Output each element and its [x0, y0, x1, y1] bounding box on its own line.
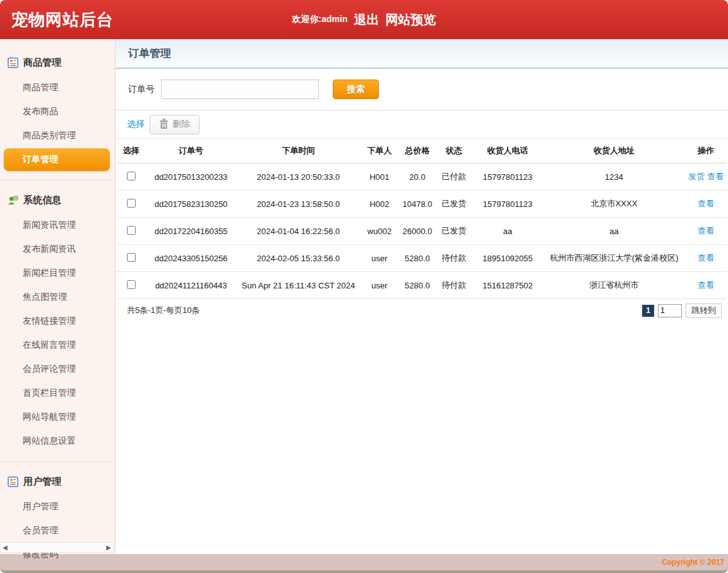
scroll-left-arrow[interactable]: ◀: [3, 545, 8, 551]
view-link[interactable]: 查看: [698, 253, 714, 263]
cell-buyer: wu002: [360, 218, 399, 245]
table-row: dd20175823130250 2024-01-23 13:58:50.0 H…: [117, 191, 727, 218]
cell-buyer: H002: [360, 191, 399, 218]
search-button[interactable]: 搜索: [333, 80, 379, 99]
view-link[interactable]: 查看: [698, 280, 714, 290]
pagination-bar: 共5条-1页-每页10条 1 跳转到: [116, 299, 728, 322]
orders-table: 选择 订单号 下单时间 下单人 总价格 状态 收货人电话 收货人地址 操作 d: [117, 139, 727, 299]
sidebar-item-site-nav[interactable]: 网站导航管理: [0, 406, 110, 428]
page-title-bar: 订单管理: [116, 39, 728, 69]
cell-phone: aa: [472, 218, 543, 245]
sidebar-item-goods-category[interactable]: 商品类别管理: [0, 124, 110, 147]
cell-buyer: user: [360, 272, 399, 299]
cell-total: 20.0: [399, 163, 436, 191]
jump-page-input[interactable]: [658, 304, 682, 317]
header-user-area: 欢迎你:admin 退出 网站预览: [0, 0, 728, 39]
table-row: dd20241121160443 Sun Apr 21 16:11:43 CST…: [117, 272, 727, 299]
sidebar-item-goods-manage[interactable]: 商品管理: [0, 76, 110, 99]
table-row: dd20175013200233 2024-01-13 20:50:33.0 H…: [117, 163, 727, 191]
view-link[interactable]: 查看: [698, 199, 714, 208]
sidebar-item-order-manage[interactable]: 订单管理: [4, 148, 110, 171]
cell-address: aa: [543, 218, 685, 245]
cell-total: 26000.0: [399, 218, 436, 245]
sidebar-item-member-manage[interactable]: 会员管理: [0, 519, 110, 542]
cell-total: 5280.0: [399, 272, 436, 299]
welcome-text: 欢迎你:admin: [292, 14, 348, 25]
sidebar-divider: [1, 461, 111, 462]
cell-status: 已发货: [436, 218, 472, 245]
logout-link[interactable]: 退出: [354, 11, 379, 28]
table-toolbar: 选择 删除: [116, 110, 728, 139]
select-all-link[interactable]: 选择: [127, 119, 145, 130]
sidebar-item-online-messages[interactable]: 在线留言管理: [0, 334, 110, 357]
order-no-input[interactable]: [161, 80, 319, 99]
trash-icon: [159, 119, 169, 131]
row-checkbox[interactable]: [127, 280, 136, 289]
col-buyer: 下单人: [360, 139, 399, 163]
col-order-time: 下单时间: [237, 139, 360, 163]
scroll-right-arrow[interactable]: ▶: [106, 545, 111, 551]
view-link[interactable]: 查看: [698, 226, 714, 235]
section-head-system: 系统信息: [0, 189, 115, 213]
section-head-products: 商品管理: [0, 52, 115, 75]
sidebar-item-focus-image[interactable]: 焦点图管理: [0, 286, 110, 309]
form-icon: [8, 476, 18, 487]
cell-status: 已发货: [436, 191, 472, 218]
sidebar-item-publish-goods[interactable]: 发布商品: [0, 100, 110, 123]
sidebar-item-user-manage[interactable]: 用户管理: [0, 495, 110, 518]
view-link[interactable]: 查看: [707, 172, 724, 181]
cell-total: 5280.0: [399, 245, 436, 272]
cell-status: 已付款: [436, 163, 472, 191]
sidebar-item-member-comments[interactable]: 会员评论管理: [0, 358, 110, 381]
cell-order-time: 2024-01-13 20:50:33.0: [237, 163, 360, 191]
sidebar-item-news-manage[interactable]: 新闻资讯管理: [0, 214, 110, 237]
jump-button[interactable]: 跳转到: [686, 304, 722, 318]
col-order-no: 订单号: [145, 139, 237, 163]
cell-phone: 15797801123: [472, 191, 543, 218]
cell-address: 北京市XXXX: [543, 191, 685, 218]
row-checkbox[interactable]: [127, 226, 136, 235]
cell-address: 杭州市西湖区浙江大学(紫金港校区): [543, 245, 685, 272]
sidebar-divider: [1, 180, 111, 180]
sidebar-item-site-info[interactable]: 网站信息设置: [0, 430, 110, 452]
section-title: 系统信息: [23, 194, 61, 206]
row-checkbox[interactable]: [127, 199, 136, 208]
sidebar-item-home-column[interactable]: 首页栏目管理: [0, 382, 110, 405]
cell-order-no: dd20243305150256: [145, 245, 237, 272]
section-title: 用户管理: [23, 476, 61, 488]
col-actions: 操作: [685, 139, 727, 163]
cell-phone: 15797801123: [472, 163, 543, 191]
delete-button[interactable]: 删除: [150, 115, 200, 134]
col-select: 选择: [117, 139, 145, 163]
ship-link[interactable]: 发货: [688, 172, 705, 181]
copyright-text: Copyright © 2017: [662, 558, 724, 567]
current-page-badge[interactable]: 1: [642, 305, 654, 317]
cell-phone: 15161287502: [472, 272, 543, 299]
delete-button-label: 删除: [172, 119, 190, 130]
sidebar-item-friend-links[interactable]: 友情链接管理: [0, 310, 110, 333]
user-group-icon: [8, 195, 18, 206]
cell-order-time: 2024-01-04 16:22:56.0: [237, 218, 360, 245]
row-checkbox[interactable]: [127, 172, 136, 180]
cell-order-time: 2024-02-05 15:33:56.0: [237, 245, 360, 272]
sidebar-horizontal-scrollbar[interactable]: ◀ ▶: [0, 542, 114, 553]
cell-order-time: Sun Apr 21 16:11:43 CST 2024: [237, 272, 360, 299]
table-row: dd20172204160355 2024-01-04 16:22:56.0 w…: [117, 218, 727, 245]
cell-buyer: user: [360, 245, 399, 272]
top-header: 宠物网站后台 欢迎你:admin 退出 网站预览: [0, 0, 728, 39]
cell-address: 1234: [543, 163, 685, 191]
sidebar-item-news-column[interactable]: 新闻栏目管理: [0, 262, 110, 285]
site-preview-link[interactable]: 网站预览: [385, 11, 436, 28]
row-checkbox[interactable]: [127, 253, 136, 262]
admin-page: 宠物网站后台 欢迎你:admin 退出 网站预览 商品管理 商品管理 发布商品 …: [0, 0, 728, 573]
col-status: 状态: [436, 139, 472, 163]
table-row: dd20243305150256 2024-02-05 15:33:56.0 u…: [117, 245, 727, 272]
sidebar-section-system: 系统信息 新闻资讯管理 发布新闻资讯 新闻栏目管理 焦点图管理 友情链接管理 在…: [0, 186, 115, 455]
section-head-users: 用户管理: [0, 471, 115, 494]
pagination-summary: 共5条-1页-每页10条: [127, 305, 200, 316]
order-no-label: 订单号: [128, 84, 155, 95]
page-title: 订单管理: [116, 46, 171, 61]
cell-address: 浙江省杭州市: [543, 272, 685, 299]
sidebar-item-publish-news[interactable]: 发布新闻资讯: [0, 238, 110, 261]
sidebar-section-users: 用户管理 用户管理 会员管理 修改密码: [0, 467, 115, 569]
